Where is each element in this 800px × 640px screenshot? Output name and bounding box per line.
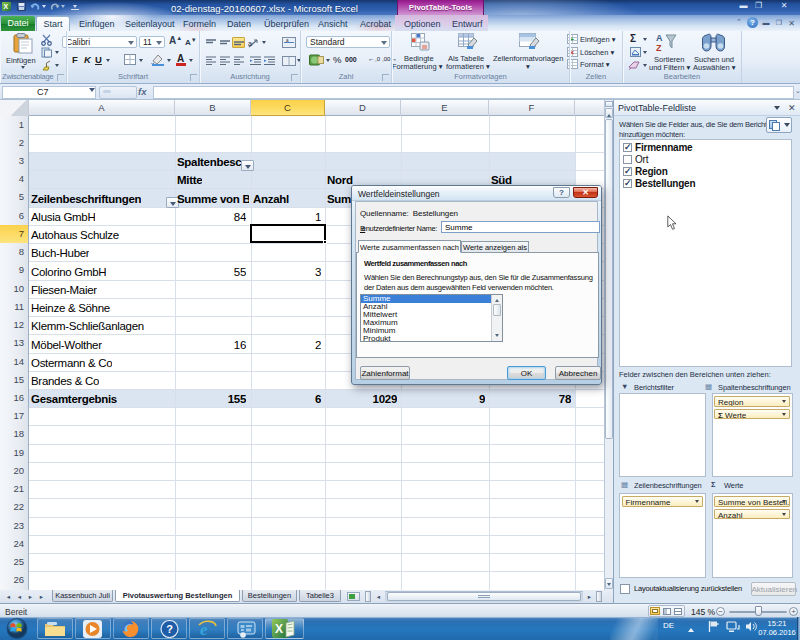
svg-text:X: X — [275, 622, 283, 636]
svg-text:?: ? — [166, 623, 173, 635]
